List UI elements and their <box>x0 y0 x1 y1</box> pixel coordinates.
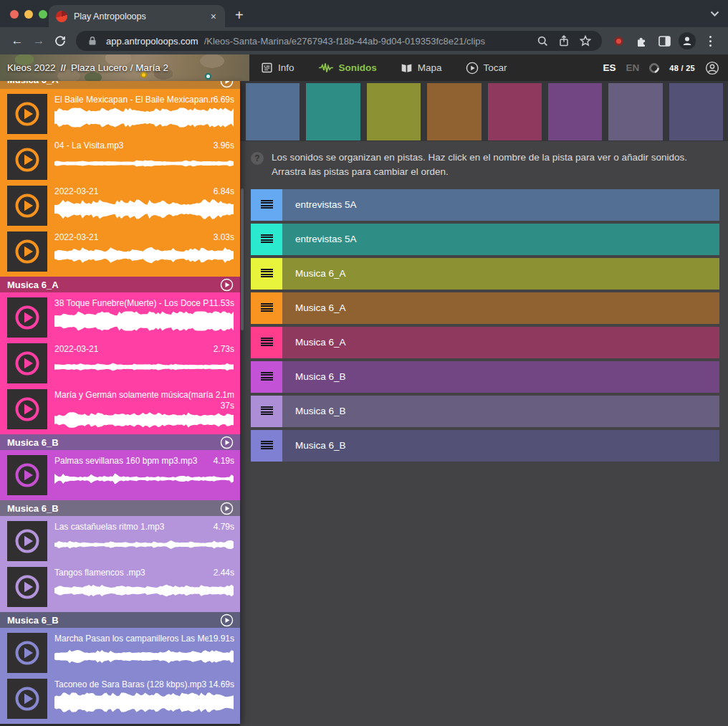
track-row[interactable]: Musica 6_B <box>251 396 719 427</box>
window-close-button[interactable] <box>10 10 19 19</box>
clip-play-button[interactable] <box>7 297 47 338</box>
profile-avatar-icon[interactable] <box>676 30 698 52</box>
clip-play-button[interactable] <box>7 389 47 429</box>
waveform[interactable] <box>54 199 234 219</box>
clip-play-button[interactable] <box>7 567 47 607</box>
clip-play-button[interactable] <box>7 633 47 673</box>
drag-handle[interactable] <box>251 292 282 324</box>
clip-group-header[interactable]: Musica 6_A <box>0 277 240 292</box>
track-swatch[interactable] <box>669 83 723 140</box>
waveform[interactable] <box>54 535 234 555</box>
screen-record-extension-icon[interactable] <box>608 30 629 52</box>
waveform[interactable] <box>54 646 234 667</box>
clip-play-button[interactable] <box>7 679 47 719</box>
play-group-icon[interactable] <box>220 502 234 515</box>
window-minimize-button[interactable] <box>24 10 33 19</box>
play-group-icon[interactable] <box>220 278 234 292</box>
nav-info[interactable]: Info <box>261 62 294 74</box>
waveform[interactable] <box>54 581 234 601</box>
clip-play-button[interactable] <box>7 521 47 561</box>
waveform[interactable] <box>54 412 234 428</box>
drag-handle[interactable] <box>251 224 282 255</box>
drag-handle[interactable] <box>251 430 282 462</box>
play-group-icon[interactable] <box>220 436 234 449</box>
track-row[interactable]: Musica 6_A <box>251 327 719 358</box>
waveform[interactable] <box>54 469 234 489</box>
track-row[interactable]: Musica 6_A <box>251 258 719 290</box>
breadcrumb-project[interactable]: Kleos 2022 <box>7 62 56 73</box>
track-label[interactable]: entrevistas 5A <box>295 199 357 210</box>
track-label[interactable]: Musica 6_B <box>295 371 346 382</box>
waveform[interactable] <box>54 357 234 377</box>
waveform[interactable] <box>54 108 234 128</box>
lang-en-button[interactable]: EN <box>626 62 639 73</box>
new-tab-button[interactable]: + <box>235 8 244 22</box>
clip-play-button[interactable] <box>7 343 47 383</box>
clip-group-header[interactable]: Musica 6_B <box>0 434 240 450</box>
clip-play-button[interactable] <box>7 186 47 226</box>
reload-button[interactable] <box>50 31 70 51</box>
track-label[interactable]: Musica 6_A <box>295 337 346 348</box>
clip-group-header[interactable]: Musica 6_B <box>0 500 240 516</box>
share-icon[interactable] <box>556 35 572 47</box>
drag-handle[interactable] <box>251 327 282 358</box>
clip-play-button[interactable] <box>7 231 47 272</box>
play-group-icon[interactable] <box>220 613 234 627</box>
back-button[interactable]: ← <box>7 31 27 51</box>
drag-handle[interactable] <box>251 189 282 221</box>
lock-icon <box>85 36 100 46</box>
clip-name: Tangos flamencos .mp3 <box>54 568 151 578</box>
track-swatch[interactable] <box>548 83 602 140</box>
clip-play-button[interactable] <box>7 140 47 180</box>
map-breadcrumb[interactable]: Kleos 2022 // Plaza Lucero / María 2 <box>0 54 249 81</box>
clip-play-button[interactable] <box>7 94 47 134</box>
track-swatch[interactable] <box>367 83 421 140</box>
browser-tab[interactable]: Play Antropoloops × <box>49 5 225 27</box>
nav-tocar[interactable]: Tocar <box>466 62 507 75</box>
window-zoom-button[interactable] <box>39 10 47 19</box>
side-panel-icon[interactable] <box>653 30 675 52</box>
zoom-icon[interactable] <box>535 36 550 47</box>
track-label[interactable]: Musica 6_B <box>295 440 346 451</box>
waveform[interactable] <box>54 245 234 265</box>
account-icon[interactable] <box>705 61 719 75</box>
track-row[interactable]: Musica 6_B <box>251 361 719 393</box>
clip-item: 38 Toque Funebre(Muerte) - Los Doce Par.… <box>0 295 240 340</box>
track-swatch[interactable] <box>306 83 360 140</box>
waveform[interactable] <box>54 692 234 712</box>
track-label[interactable]: Musica 6_A <box>295 302 346 313</box>
drag-handle[interactable] <box>251 361 282 393</box>
track-label[interactable]: Musica 6_A <box>295 268 346 279</box>
track-swatch[interactable] <box>427 83 481 140</box>
track-row[interactable]: entrevistas 5A <box>251 224 719 255</box>
url-bar[interactable]: app.antropoloops.com /Kleos-Santa-Marina… <box>76 31 602 51</box>
bookmark-star-icon[interactable] <box>578 35 593 47</box>
play-group-icon[interactable] <box>220 81 234 88</box>
sidebar-scrollbar[interactable] <box>241 188 244 330</box>
track-row[interactable]: entrevistas 5A <box>251 189 719 221</box>
track-row[interactable]: Musica 6_B <box>251 430 719 462</box>
nav-sonidos[interactable]: Sonidos <box>318 62 377 73</box>
clip-group-header[interactable]: Musica 6_A <box>0 81 240 89</box>
tab-close-icon[interactable]: × <box>209 11 218 22</box>
track-swatch[interactable] <box>246 83 300 140</box>
waveform[interactable] <box>54 153 234 173</box>
track-label[interactable]: entrevistas 5A <box>295 234 357 244</box>
drag-handle[interactable] <box>251 258 282 290</box>
waveform[interactable] <box>54 311 234 331</box>
track-row[interactable]: Musica 6_A <box>251 292 719 324</box>
extensions-puzzle-icon[interactable] <box>631 30 652 52</box>
track-swatch[interactable] <box>608 83 662 140</box>
browser-menu-kebab-icon[interactable] <box>699 30 721 52</box>
track-swatch[interactable] <box>488 83 542 140</box>
nav-mapa[interactable]: Mapa <box>401 62 442 74</box>
loading-spinner-icon <box>647 61 661 75</box>
clip-group-header[interactable]: Musica 6_B <box>0 612 240 628</box>
drag-handle[interactable] <box>251 396 282 427</box>
lang-es-button[interactable]: ES <box>603 62 616 73</box>
clip-duration: 11.53s <box>209 298 234 308</box>
forward-button[interactable]: → <box>29 31 49 51</box>
clip-play-button[interactable] <box>7 455 47 495</box>
tab-search-chevron-icon[interactable] <box>710 11 719 16</box>
track-label[interactable]: Musica 6_B <box>295 406 346 416</box>
